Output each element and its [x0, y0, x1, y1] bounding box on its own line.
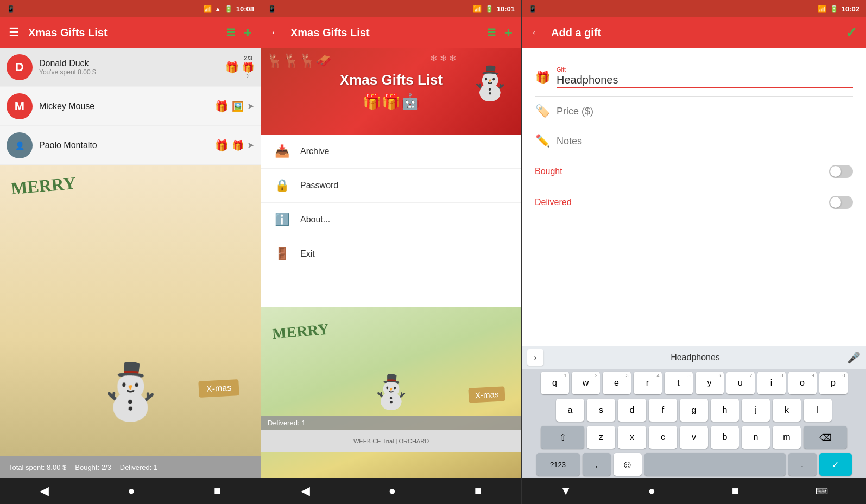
kb-w[interactable]: 2w — [572, 372, 600, 394]
kb-mic-icon[interactable]: 🎤 — [847, 351, 861, 364]
status-bar-3: 📱 📶 🔋 10:02 — [522, 0, 866, 17]
gift-input[interactable] — [557, 74, 853, 88]
xmas-emojis: 🎁🎁🤖 — [363, 93, 420, 111]
filter-icon-1[interactable]: ☰ — [226, 27, 235, 39]
paolo-gift-icon: 🎁 — [215, 139, 229, 152]
battery-icon-1: 🔋 — [224, 5, 233, 13]
kb-space[interactable] — [644, 453, 786, 476]
kb-backspace[interactable]: ⌫ — [804, 426, 847, 449]
status-bar-left-1: 📱 — [7, 5, 15, 13]
kb-t[interactable]: 5t — [665, 372, 693, 394]
back-nav-2[interactable]: ◀ — [301, 484, 310, 498]
bought-count: Bought: 2/3 — [75, 463, 111, 471]
add-button-2[interactable]: + — [504, 24, 513, 41]
back-nav-3[interactable]: ▼ — [560, 484, 572, 498]
password-label: Password — [300, 181, 338, 190]
kb-k[interactable]: k — [773, 399, 801, 422]
kb-a[interactable]: a — [556, 399, 584, 422]
check-button[interactable]: ✓ — [845, 24, 857, 41]
kb-e[interactable]: 3e — [603, 372, 631, 394]
kb-chevron-btn[interactable]: › — [527, 349, 543, 366]
recents-nav-3[interactable]: ■ — [732, 484, 739, 498]
kb-l[interactable]: l — [804, 399, 832, 422]
kb-x[interactable]: x — [618, 426, 646, 449]
menu-icon[interactable]: ☰ — [9, 25, 20, 40]
reindeer-decor: 🦌🦌🦌🛷 — [267, 53, 332, 68]
screen2-xmas-bg: ⛄ MERRY X-mas Delivered: 1 WEEK CE Trial… — [261, 307, 521, 479]
screen-1: 📱 📶 ▲ 🔋 10:08 ☰ Xmas Gifts List ☰ + D Do… — [0, 0, 261, 504]
kb-v[interactable]: v — [680, 426, 708, 449]
kb-z[interactable]: z — [587, 426, 615, 449]
paolo-arrow-icon: ➤ — [247, 140, 254, 150]
avatar-mickey: M — [7, 93, 33, 119]
menu-password[interactable]: 🔒 Password — [261, 169, 521, 203]
bought-label: Bought — [535, 167, 829, 176]
kb-h[interactable]: h — [711, 399, 739, 422]
delivered-toggle[interactable] — [829, 196, 853, 209]
price-input[interactable] — [557, 106, 853, 117]
kb-g[interactable]: g — [680, 399, 708, 422]
list-item-paolo[interactable]: 👤 Paolo Montalto 🎁 🎁 ➤ — [0, 126, 261, 165]
kb-shift[interactable]: ⇧ — [541, 426, 584, 449]
kb-enter[interactable]: ✓ — [819, 453, 852, 476]
home-nav-3[interactable]: ● — [648, 484, 655, 498]
exit-icon: 🚪 — [274, 247, 289, 261]
android-icon-2: 📱 — [268, 5, 276, 13]
kb-u[interactable]: 7u — [726, 372, 755, 394]
add-gift-form: 🎁 Gift 🏷️ ✏️ Bought Delivered — [522, 48, 866, 346]
screen2-xmas-sign: X-mas — [468, 386, 505, 403]
mickey-arrow-icon: 🖼️ — [232, 100, 244, 112]
kb-p[interactable]: 0p — [819, 372, 848, 394]
top-bar-1: ☰ Xmas Gifts List ☰ + — [0, 17, 261, 48]
list-item-donald[interactable]: D Donald Duck You've spent 8.00 $ 🎁 2/3 … — [0, 48, 261, 87]
kb-d[interactable]: d — [618, 399, 646, 422]
delivered-toggle-row: Delivered — [535, 187, 853, 218]
about-label: About... — [300, 215, 330, 225]
back-nav-1[interactable]: ◀ — [40, 484, 49, 498]
bought-toggle[interactable] — [829, 165, 853, 178]
home-nav-1[interactable]: ● — [128, 484, 135, 498]
back-button-2[interactable]: ← — [270, 25, 282, 40]
kb-j[interactable]: j — [742, 399, 770, 422]
kb-i[interactable]: 8i — [757, 372, 786, 394]
status-bar-left-3: 📱 — [528, 5, 537, 13]
kb-r[interactable]: 4r — [634, 372, 662, 394]
donald-name: Donald Duck — [39, 59, 219, 68]
kb-q[interactable]: 1q — [541, 372, 569, 394]
kb-comma[interactable]: , — [583, 453, 611, 476]
status-bar-2: 📱 📶 🔋 10:01 — [261, 0, 521, 17]
home-nav-2[interactable]: ● — [389, 484, 396, 498]
back-button-3[interactable]: ← — [530, 25, 542, 40]
kb-num-toggle[interactable]: ?123 — [536, 453, 580, 476]
kb-f[interactable]: f — [649, 399, 677, 422]
menu-exit[interactable]: 🚪 Exit — [261, 237, 521, 271]
kb-row-4: ?123 , ☺ . ✓ — [522, 451, 866, 478]
keyboard: › Headphones 🎤 1q 2w 3e 4r 5t 6y 7u 8i 9… — [522, 346, 866, 478]
add-button-1[interactable]: + — [244, 24, 252, 41]
xmas-scene-1: ⛄ MERRY X-mas — [0, 165, 261, 456]
kb-o[interactable]: 9o — [788, 372, 817, 394]
kb-b[interactable]: b — [711, 426, 739, 449]
kb-c[interactable]: c — [649, 426, 677, 449]
kb-s[interactable]: s — [587, 399, 615, 422]
recents-nav-2[interactable]: ■ — [475, 484, 482, 498]
notes-field-icon: ✏️ — [535, 134, 550, 148]
keyboard-nav[interactable]: ⌨ — [816, 486, 828, 496]
list-item-mickey[interactable]: M Mickey Mouse 🎁 🖼️ ➤ — [0, 87, 261, 126]
status-bar-right-1: 📶 ▲ 🔋 10:08 — [203, 5, 254, 13]
password-icon: 🔒 — [274, 178, 289, 193]
kb-m[interactable]: m — [773, 426, 801, 449]
kb-row-2: a s d f g h j k l — [522, 397, 866, 424]
kb-y[interactable]: 6y — [696, 372, 724, 394]
menu-about[interactable]: ℹ️ About... — [261, 203, 521, 237]
kb-n[interactable]: n — [742, 426, 770, 449]
about-icon: ℹ️ — [274, 213, 289, 227]
menu-archive[interactable]: 📥 Archive — [261, 135, 521, 169]
kb-period[interactable]: . — [788, 453, 817, 476]
recents-nav-1[interactable]: ■ — [214, 484, 221, 498]
donald-gift-icon: 🎁 — [225, 61, 239, 74]
notes-input[interactable] — [557, 136, 853, 147]
kb-emoji[interactable]: ☺ — [614, 453, 642, 476]
filter-icon-2[interactable]: ☰ — [487, 27, 496, 39]
archive-label: Archive — [300, 146, 329, 156]
